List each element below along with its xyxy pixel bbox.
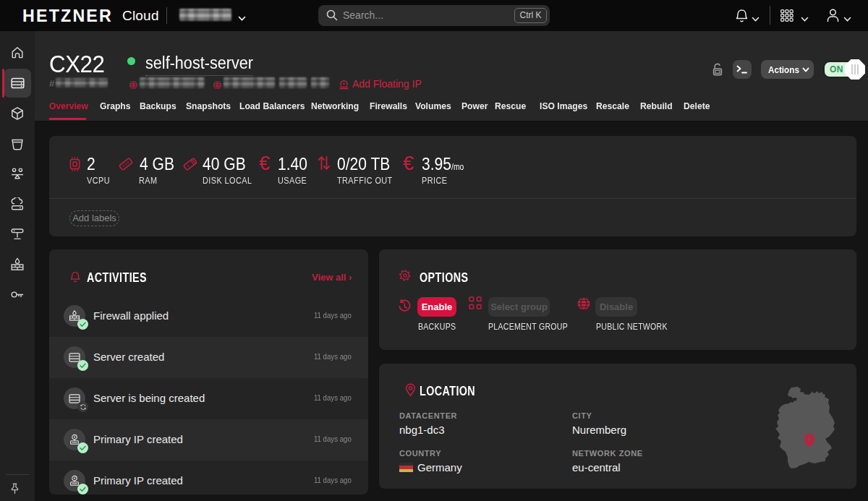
svg-text:HETZNER: HETZNER <box>22 7 113 25</box>
